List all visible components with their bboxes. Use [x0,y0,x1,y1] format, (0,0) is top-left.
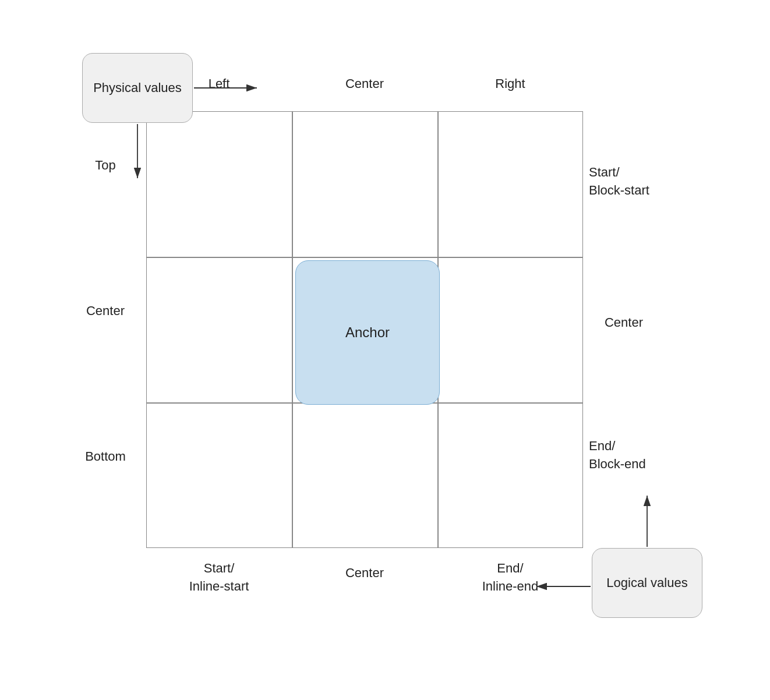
logical-values-box: Logical values [592,548,702,618]
label-bottom-center: Center [292,565,437,581]
label-row-bottom: Bottom [65,449,146,464]
label-right-bottom: End/Block-end [589,437,694,473]
logical-values-label: Logical values [606,574,687,592]
physical-values-box: Physical values [82,53,193,123]
anchor-box: Anchor [295,260,440,405]
grid-hline1 [146,257,583,258]
label-bottom-left: Start/Inline-start [146,560,292,596]
grid-vline1 [292,111,293,548]
label-row-center: Center [65,303,146,319]
label-right-top: Start/Block-start [589,164,694,200]
physical-values-label: Physical values [93,79,182,97]
label-row-top: Top [65,158,146,173]
label-right-center: Center [589,315,659,330]
label-header-center: Center [292,76,437,91]
label-header-right: Right [437,76,583,91]
diagram-container: Left Center Right Top Center Bottom Star… [65,30,705,670]
label-bottom-right: End/Inline-end [437,560,583,596]
